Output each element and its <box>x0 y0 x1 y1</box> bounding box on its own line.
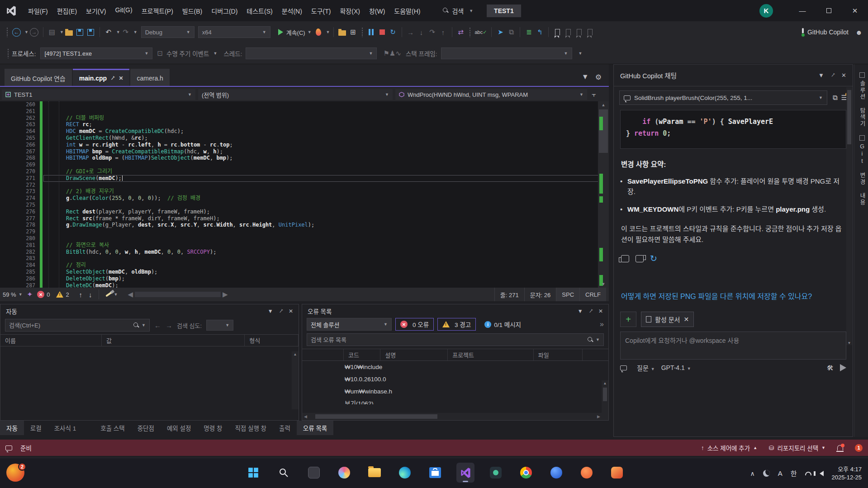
code-cleanup-icon[interactable] <box>105 292 112 297</box>
chat-input[interactable] <box>625 336 841 355</box>
navigate-forward-button[interactable]: → <box>28 26 40 38</box>
menu-item[interactable]: 빌드(B) <box>178 4 207 18</box>
ask-mode-dropdown[interactable]: 질문▼ <box>637 363 655 372</box>
step-into-button[interactable]: ↓ <box>416 26 427 38</box>
scrollbar-thumb[interactable] <box>599 109 608 153</box>
error-list-row[interactable]: ₩10.0.26100.0 <box>302 373 608 385</box>
close-button[interactable]: ✕ <box>842 0 868 21</box>
chevron-down-icon[interactable]: ▼ <box>578 308 583 314</box>
taskbar-app-file-explorer[interactable] <box>365 463 384 483</box>
step-back-button[interactable]: ↑ <box>438 26 449 38</box>
regenerate-icon[interactable]: ↻ <box>650 253 657 264</box>
panel-horizontal-scrollbar[interactable]: ◀ ▶ <box>302 413 608 420</box>
clock[interactable]: 오후 4:17 2025-12-25 <box>832 465 862 482</box>
panel-tab[interactable]: 로컬 <box>24 421 48 435</box>
minimize-button[interactable]: — <box>789 0 816 21</box>
active-document-chip[interactable]: 활성 문서 ✕ <box>641 312 694 327</box>
document-tab[interactable]: main.cpp⊺✕ <box>73 69 130 86</box>
search-forward-icon[interactable]: → <box>166 322 172 329</box>
panel-scrollbar[interactable]: ▲ <box>602 380 608 414</box>
save-button[interactable] <box>75 26 85 38</box>
error-list-row[interactable]: ₩um₩winbase.h <box>302 385 608 398</box>
taskbar-app-orange-app-2[interactable] <box>608 463 626 483</box>
panel-tab[interactable]: 호출 스택 <box>94 421 131 435</box>
drag-handle[interactable] <box>469 27 471 37</box>
select-pointer-button[interactable]: ➤ <box>495 26 506 38</box>
github-copilot-button[interactable]: GitHub Copilot <box>801 26 850 38</box>
ime-korean-indicator[interactable]: 한 <box>791 469 797 478</box>
gear-icon[interactable]: ⚙ <box>595 73 602 81</box>
error-list-row[interactable]: ₩10₩include <box>302 361 608 373</box>
code-line[interactable]: 269 <box>0 161 598 168</box>
menu-item[interactable]: Git(G) <box>111 4 137 18</box>
column-header[interactable]: 코드 <box>344 349 380 360</box>
thumbs-down-icon[interactable] <box>636 255 644 262</box>
redo-button[interactable]: ↷ <box>120 26 131 38</box>
chevron-down-icon[interactable]: ▼ <box>116 30 120 34</box>
watch-search-input[interactable] <box>9 322 133 329</box>
clear-bookmarks-button[interactable] <box>584 26 595 38</box>
taskbar-app-search[interactable] <box>275 463 293 483</box>
menu-item[interactable]: 보기(V) <box>81 4 110 18</box>
code-line[interactable]: 273// 2) 배경 지우기 <box>0 188 598 195</box>
taskbar-app-chrome[interactable] <box>517 463 535 483</box>
scroll-up-icon[interactable]: ▲ <box>598 101 609 109</box>
line-indicator[interactable]: 줄: 271 <box>494 288 524 301</box>
column-header[interactable]: 이름 <box>0 335 102 346</box>
code-line[interactable]: 272 <box>0 182 598 189</box>
panel-tab[interactable]: 출력 <box>273 421 297 435</box>
chevron-down-icon[interactable]: ▼ <box>60 30 64 34</box>
notifications-button[interactable] <box>837 445 843 450</box>
panel-tab[interactable]: 자동 <box>0 421 24 435</box>
hot-reload-button[interactable] <box>313 26 324 38</box>
code-line[interactable]: 279 <box>0 228 598 235</box>
chevron-down-icon[interactable]: ▼ <box>19 292 23 297</box>
prev-issue-button[interactable]: ↑ <box>79 291 83 298</box>
code-line[interactable]: 284// 정리 <box>0 262 598 269</box>
menu-item[interactable]: 파일(F) <box>24 4 52 18</box>
tray-overflow-chevron[interactable]: ∧ <box>750 470 754 477</box>
tools-icon[interactable]: 🛠 <box>827 364 834 372</box>
menu-item[interactable]: 테스트(S) <box>242 4 277 18</box>
code-line[interactable]: 268HBITMAP oldBmp = (HBITMAP)SelectObjec… <box>0 155 598 161</box>
menu-item[interactable]: 확장(X) <box>335 4 364 18</box>
taskbar-app-copilot[interactable] <box>335 463 353 483</box>
split-window-icon[interactable]: ⫟ <box>592 90 596 99</box>
navigate-back-button[interactable]: ← <box>11 26 22 38</box>
outdent-button[interactable]: ↰ <box>534 26 545 38</box>
search-back-icon[interactable]: ← <box>154 322 161 329</box>
warning-count[interactable]: 2 <box>66 291 69 298</box>
chat-input-box[interactable] <box>620 332 846 360</box>
code-line[interactable]: 263RECT rc; <box>0 121 598 128</box>
threads-icon[interactable]: ♟ <box>389 49 395 57</box>
chevron-down-icon[interactable]: ▼ <box>326 30 330 34</box>
code-line[interactable]: 262// 더블 버퍼링 <box>0 115 598 122</box>
panel-scrollbar[interactable]: ▼ <box>846 87 852 345</box>
scroll-left-icon[interactable]: ◀ <box>128 290 133 298</box>
suggested-question-link[interactable]: 어떻게 하면 저장된 PNG 파일을 다른 위치에 저장할 수 있나요? <box>621 291 845 303</box>
warnings-filter-button[interactable]: 3 경고 <box>437 318 476 331</box>
code-line[interactable]: 286DeleteObject(bmp); <box>0 275 598 282</box>
chevron-down-icon[interactable]: ▼ <box>133 30 138 34</box>
menu-item[interactable]: 분석(N) <box>277 4 307 18</box>
code-line[interactable]: 280 <box>0 235 598 242</box>
next-bookmark-button[interactable] <box>574 26 584 38</box>
menu-item[interactable]: 도구(T) <box>307 4 336 18</box>
send-icon[interactable] <box>840 364 846 371</box>
editor-horizontal-scrollbar[interactable] <box>135 292 221 297</box>
notification-badge[interactable]: 1 <box>855 444 863 452</box>
restart-button[interactable]: ↻ <box>388 26 398 38</box>
code-line[interactable]: 287DeleteDC(memDC); <box>0 282 598 288</box>
continue-button[interactable]: 계속(C) ▼ <box>277 26 313 38</box>
code-line[interactable]: 281// 화면으로 복사 <box>0 242 598 249</box>
code-line[interactable]: 276Rect dest(playerX, playerY, frameW, f… <box>0 208 598 215</box>
scroll-down-icon[interactable]: ▼ <box>598 280 609 288</box>
document-tab[interactable]: GitHub Copilot 연습 <box>5 69 72 86</box>
panel-tab[interactable]: 오류 목록 <box>297 421 333 435</box>
send-feedback-button[interactable]: ☻ <box>854 26 864 38</box>
watch-search-box[interactable]: ▼ <box>5 319 150 332</box>
document-tab[interactable]: camera.h <box>130 69 169 86</box>
column-indicator[interactable]: 문자: 26 <box>524 288 556 301</box>
error-list-row[interactable]: 보기(1062) <box>302 398 608 404</box>
code-line[interactable]: 265GetClientRect(hWnd, &rc); <box>0 135 598 142</box>
